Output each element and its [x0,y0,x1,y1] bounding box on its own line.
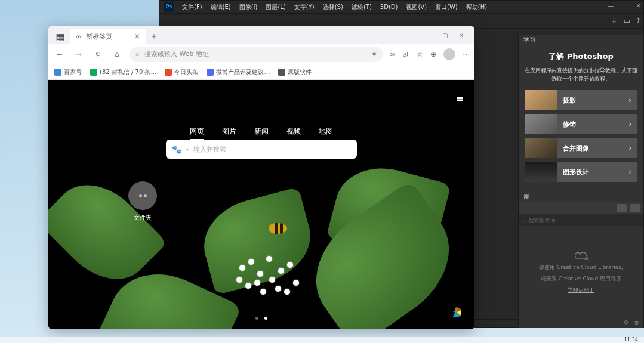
bookmark-label: 原版软件 [288,68,312,76]
libraries-panel: 库 ⌕ 搜索所有库 要使用 Creative Cloud Libraries, … [519,191,643,328]
bookmark-item[interactable]: 百家号 [54,68,82,76]
br-close-button[interactable]: ✕ [459,32,464,39]
learn-panel-body: 了解 Photoshop 在应用程序内直接提供的分步指导教程。从下面选取一个主题… [519,45,643,191]
bookmark-item[interactable]: 今日头条 [165,68,198,76]
favorite-icon[interactable]: ☆ [417,50,423,58]
windows-taskbar[interactable]: 11:34 [0,337,644,343]
lib-launch-link[interactable]: 立即启动！ [568,286,594,294]
speed-dial-folder[interactable]: 文件夹 [128,181,157,222]
chevron-right-icon: › [623,168,637,176]
newtab-search-input[interactable]: 🐾 ▾ 输入并搜索 [166,140,357,159]
bookmark-favicon-icon [165,69,172,76]
br-minimize-button[interactable]: — [426,32,432,39]
bookmark-item[interactable]: 微博产品评及建议… [207,68,270,76]
chevron-right-icon: › [623,96,637,104]
bookmark-favicon-icon [54,69,61,76]
browser-content-newtab: ≡ 网页 图片 新闻 视频 地图 🐾 ▾ 输入并搜索 文件夹 [48,80,474,329]
menu-image[interactable]: 图像(I) [239,3,258,11]
libraries-empty-state: 要使用 Creative Cloud Libraries, 请安装 Creati… [519,226,643,316]
lib-sync-icon[interactable]: ⟳ [624,319,629,326]
menu-window[interactable]: 窗口(W) [435,3,458,11]
lib-view-list-button[interactable] [630,204,640,212]
export-icon[interactable]: ⤴ [636,17,640,25]
photoshop-menubar: Ps 文件(F) 编辑(E) 图像(I) 图层(L) 文字(Y) 选择(S) 滤… [159,1,643,13]
search-tab-video[interactable]: 视频 [286,126,301,140]
br-maximize-button[interactable]: ▢ [442,32,448,39]
page-indicator[interactable] [255,317,267,320]
menu-filter[interactable]: 滤镜(T) [352,3,372,11]
content-menu-icon[interactable]: ≡ [456,93,464,104]
tutorial-graphic-design[interactable]: 图形设计 › [525,162,637,182]
search-placeholder: 输入并搜索 [193,145,226,154]
lib-view-grid-button[interactable] [617,204,627,212]
menu-view[interactable]: 视图(V) [406,3,427,11]
photoshop-window-controls: — ▢ ✕ [608,2,641,9]
forward-button[interactable]: → [72,48,85,61]
ps-close-button[interactable]: ✕ [636,2,641,9]
collections-icon[interactable]: ⊕ [430,50,436,58]
wallpaper-image [48,157,474,329]
libraries-footer: ⟳ 🗑 [624,319,640,326]
search-icon: ⌕ [522,217,525,223]
back-button[interactable]: ← [53,48,66,61]
tab-favicon-icon: ∞ [76,33,81,41]
profile-avatar[interactable] [443,48,455,60]
folder-label: 文件夹 [134,214,152,222]
tab-close-button[interactable]: ✕ [134,32,140,41]
chevron-right-icon: › [623,144,637,152]
tutorial-thumb-icon [525,114,557,134]
more-menu-icon[interactable]: ⋯ [463,50,470,58]
tutorial-thumb-icon [525,90,557,110]
menu-3d[interactable]: 3D(D) [380,4,398,10]
menu-layer[interactable]: 图层(L) [266,3,285,11]
shield-icon[interactable]: ⛨ [402,50,409,58]
libraries-search[interactable]: ⌕ 搜索所有库 [519,214,643,226]
tutorial-label: 合并图像 [557,144,623,153]
bookmark-label: 微博产品评及建议… [216,68,270,76]
pinwheel-icon[interactable] [449,305,463,319]
bee-decoration [269,223,287,234]
search-icon: ⌕ [135,50,140,58]
search-tab-image[interactable]: 图片 [222,126,236,140]
tutorial-label: 图形设计 [557,168,623,177]
menu-file[interactable]: 文件(F) [182,3,202,11]
lib-trash-icon[interactable]: 🗑 [634,319,640,326]
share-icon[interactable]: ⇩ [612,17,618,25]
tutorial-composite[interactable]: 合并图像 › [525,138,637,158]
browser-toolbar: ← → ↻ ⌂ ⌕ 搜索或输入 Web 地址 ✶ ∞ ⛨ ☆ ⊕ ⋯ [48,44,474,64]
libraries-toolbar [519,202,643,214]
menu-select[interactable]: 选择(S) [323,3,343,11]
menu-edit[interactable]: 编辑(E) [211,3,231,11]
new-tab-button[interactable]: ＋ [146,29,162,44]
browser-tab-active[interactable]: ∞ 新标签页 ✕ [70,29,146,44]
bookmark-favicon-icon [278,69,285,76]
tab-title: 新标签页 [86,32,112,41]
search-tab-map[interactable]: 地图 [319,126,333,140]
bookmark-item[interactable]: 原版软件 [278,68,312,76]
photoshop-logo-icon: Ps [164,2,174,12]
workspace-icon[interactable]: ▭ [624,17,630,25]
menu-type[interactable]: 文字(Y) [294,3,315,11]
ps-minimize-button[interactable]: — [608,2,614,9]
taskbar-clock[interactable]: 11:34 [624,337,638,342]
address-bar[interactable]: ⌕ 搜索或输入 Web 地址 ✶ [130,47,383,62]
tutorial-photography[interactable]: 摄影 › [525,90,637,110]
photoshop-right-panel: 学习 了解 Photoshop 在应用程序内直接提供的分步指导教程。从下面选取一… [518,35,643,328]
taskbar-system-tray[interactable]: 11:34 [624,337,638,342]
bookmark-item[interactable]: (82 封私信 / 70 条… [90,68,156,76]
search-tab-web[interactable]: 网页 [190,126,204,140]
infinity-icon[interactable]: ∞ [389,50,395,58]
tutorial-retouch[interactable]: 修饰 › [525,114,637,134]
reader-mode-icon[interactable]: ✶ [371,50,377,58]
bookmark-favicon-icon [207,69,214,76]
ps-maximize-button[interactable]: ▢ [622,2,627,9]
home-button[interactable]: ⌂ [110,48,124,61]
chevron-down-icon[interactable]: ▾ [186,147,189,152]
browser-app-menu-icon[interactable]: ▦ [51,29,70,44]
reload-button[interactable]: ↻ [91,48,104,61]
menu-help[interactable]: 帮助(H) [466,3,487,11]
search-tab-news[interactable]: 新闻 [254,126,269,140]
learn-panel-tab[interactable]: 学习 [519,35,643,45]
bookmark-label: 今日头条 [174,68,198,76]
libraries-panel-tab[interactable]: 库 [519,191,643,202]
